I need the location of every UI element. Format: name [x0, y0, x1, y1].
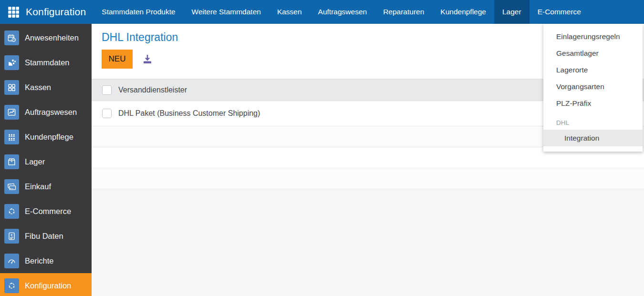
app-title: Konfiguration	[26, 6, 86, 18]
topnav-item-lager[interactable]: Lager	[494, 0, 530, 24]
sidebar-item-label: Konfiguration	[25, 281, 71, 290]
topnav-item-kassen[interactable]: Kassen	[269, 0, 310, 24]
menu-item-lagerorte[interactable]: Lagerorte	[543, 61, 643, 78]
euro-document-icon: €	[4, 229, 19, 244]
app-grid-icon[interactable]	[4, 2, 23, 21]
sidebar-item-label: Kundenpflege	[25, 133, 73, 142]
topnav-menu: Stammdaten Produkte Weitere Stammdaten K…	[93, 0, 589, 24]
svg-text:€: €	[11, 233, 13, 237]
topnav-item-reparaturen[interactable]: Reparaturen	[375, 0, 432, 24]
sidebar-item-lager[interactable]: Lager	[0, 149, 92, 174]
sidebar-item-label: E-Commerce	[25, 207, 71, 216]
topnav-item-e-commerce[interactable]: E-Commerce	[530, 0, 589, 24]
sidebar-item-label: Berichte	[25, 256, 54, 265]
sidebar-item-label: Anwesenheiten	[25, 33, 79, 42]
menu-item-einlagerungsregeln[interactable]: Einlagerungsregeln	[543, 28, 643, 45]
top-navigation-bar: Konfiguration Stammdaten Produkte Weiter…	[0, 0, 644, 24]
menu-item-integration[interactable]: Integration	[543, 130, 643, 146]
topnav-item-auftragswesen[interactable]: Auftragswesen	[310, 0, 375, 24]
row-checkbox[interactable]	[102, 109, 112, 118]
sidebar-item-label: Lager	[25, 157, 45, 166]
package-icon	[4, 154, 19, 169]
sidebar-item-label: Stammdaten	[25, 58, 70, 67]
sidebar-item-auftragswesen[interactable]: Auftragswesen	[0, 100, 92, 124]
grid-icon	[7, 6, 20, 18]
empty-table-stripe	[92, 168, 644, 189]
sidebar-item-label: Kassen	[25, 83, 51, 92]
sidebar-item-label: Auftragswesen	[25, 108, 77, 117]
people-group-icon	[4, 130, 19, 144]
sidebar-item-konfiguration[interactable]: Konfiguration	[0, 273, 92, 296]
sidebar-item-kundenpflege[interactable]: Kundenpflege	[0, 124, 92, 149]
sidebar: Anwesenheiten Stammdaten Kassen Auftrags…	[0, 24, 92, 296]
sidebar-item-anwesenheiten[interactable]: Anwesenheiten	[0, 25, 92, 50]
menu-item-gesamtlager[interactable]: Gesamtlager	[543, 45, 643, 61]
sidebar-item-fibu-daten[interactable]: € Fibu Daten	[0, 224, 92, 248]
hub-icon	[4, 278, 19, 293]
sidebar-item-label: Fibu Daten	[25, 232, 63, 241]
sidebar-item-stammdaten[interactable]: Stammdaten	[0, 50, 92, 75]
grid-squares-icon	[4, 80, 19, 95]
sidebar-item-e-commerce[interactable]: E-Commerce	[0, 199, 92, 224]
select-all-checkbox[interactable]	[102, 85, 112, 95]
pie-blocks-icon	[4, 55, 19, 70]
topnav-item-weitere-stammdaten[interactable]: Weitere Stammdaten	[184, 0, 269, 24]
column-header-versanddienstleister: Versanddienstleister	[118, 86, 187, 94]
sidebar-item-einkauf[interactable]: Einkauf	[0, 174, 92, 199]
topnav-item-stammdaten-produkte[interactable]: Stammdaten Produkte	[93, 0, 183, 24]
sidebar-item-kassen[interactable]: Kassen	[0, 75, 92, 100]
download-icon	[142, 53, 153, 65]
gauge-icon	[4, 254, 19, 268]
credit-card-icon	[4, 179, 19, 194]
sidebar-item-label: Einkauf	[25, 182, 51, 191]
menu-item-vorgangsarten[interactable]: Vorgangsarten	[543, 78, 643, 95]
hub-icon	[4, 204, 19, 219]
menu-item-plz-praefix[interactable]: PLZ-Präfix	[543, 95, 643, 112]
new-button[interactable]: NEU	[102, 50, 133, 69]
topnav-item-kundenpflege[interactable]: Kundenpflege	[432, 0, 494, 24]
download-button[interactable]	[141, 52, 154, 66]
lager-dropdown-menu: Einlagerungsregeln Gesamtlager Lagerorte…	[543, 24, 643, 152]
calendar-clock-icon	[4, 31, 19, 45]
menu-group-label-dhl: DHL	[543, 116, 643, 130]
row-label: DHL Paket (Business Customer Shipping)	[118, 109, 260, 118]
chart-line-icon	[4, 105, 19, 120]
sidebar-item-berichte[interactable]: Berichte	[0, 248, 92, 273]
